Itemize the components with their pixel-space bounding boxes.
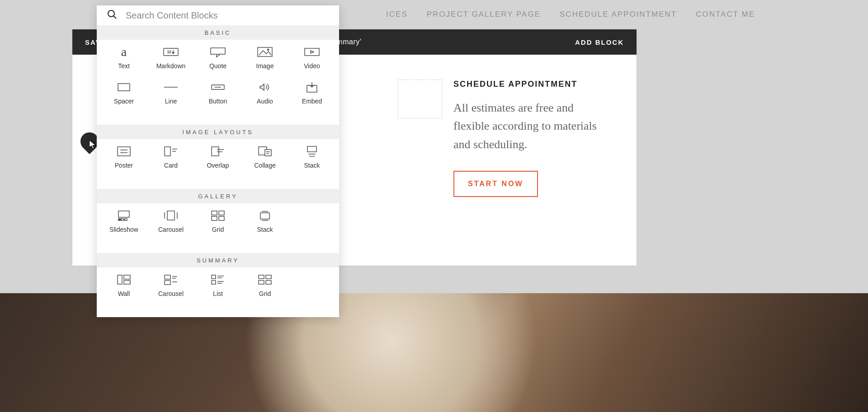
block-option-label: Stack xyxy=(257,226,273,233)
markdown-icon: M xyxy=(163,46,179,58)
svg-rect-8 xyxy=(305,48,319,56)
block-option-label: Text xyxy=(118,62,130,70)
cta-button[interactable]: START NOW xyxy=(453,171,538,197)
block-grid: aTextMMarkdownQuoteImageVideoSpacerLineB… xyxy=(97,40,339,125)
button-icon xyxy=(210,81,226,93)
stack-icon xyxy=(257,210,273,221)
nav-item[interactable]: ICES xyxy=(386,10,408,19)
block-option-label: Carousel xyxy=(158,290,184,297)
block-option-image[interactable]: Image xyxy=(241,46,288,81)
carousel-icon xyxy=(163,210,179,221)
wall-icon xyxy=(116,274,132,286)
svg-rect-33 xyxy=(125,219,127,220)
card-icon xyxy=(163,145,179,157)
search-input[interactable] xyxy=(126,10,329,21)
nav-item[interactable]: CONTACT ME xyxy=(696,10,755,19)
content-column: SCHEDULE APPOINTMENT All estimates are f… xyxy=(453,80,612,197)
svg-rect-40 xyxy=(219,216,224,220)
svg-rect-9 xyxy=(118,84,130,91)
grid4-icon xyxy=(210,210,226,221)
block-option-label: Image xyxy=(256,62,274,70)
block-option-label: Grid xyxy=(212,226,224,233)
block-option-card[interactable]: Card xyxy=(147,145,194,181)
block-option-audio[interactable]: Audio xyxy=(241,81,288,117)
block-option-stack[interactable]: Stack xyxy=(288,145,335,181)
svg-rect-44 xyxy=(124,281,130,284)
svg-rect-20 xyxy=(212,147,219,156)
block-option-wall[interactable]: Wall xyxy=(100,274,147,309)
text-icon: a xyxy=(116,46,132,58)
block-option-label: Carousel xyxy=(158,226,184,233)
block-option-label: Embed xyxy=(302,98,322,105)
block-option-carousel[interactable]: Carousel xyxy=(147,210,194,245)
image-placeholder[interactable] xyxy=(398,80,442,118)
search-row xyxy=(97,5,339,25)
block-option-spacer[interactable]: Spacer xyxy=(100,81,147,117)
block-grid: WallCarouselListGrid xyxy=(97,267,339,317)
nav-item[interactable]: PROJECT GALLERY PAGE xyxy=(427,10,541,19)
slideshow-icon xyxy=(116,210,132,221)
block-option-label: Slideshow xyxy=(109,226,138,233)
section-heading: SCHEDULE APPOINTMENT xyxy=(453,80,612,89)
audio-icon xyxy=(257,81,273,93)
overlap-icon xyxy=(210,145,226,157)
svg-rect-39 xyxy=(212,216,217,220)
nav-item[interactable]: SCHEDULE APPOINTMENT xyxy=(560,10,677,19)
block-option-grid[interactable]: Grid xyxy=(194,210,241,245)
svg-rect-57 xyxy=(266,275,271,279)
block-option-markdown[interactable]: MMarkdown xyxy=(147,46,194,81)
embed-icon xyxy=(304,81,320,93)
block-option-label: Audio xyxy=(257,98,273,105)
block-option-label: Grid xyxy=(259,290,271,297)
block-option-label: Wall xyxy=(118,290,130,297)
svg-rect-45 xyxy=(165,275,170,279)
block-option-label: Overlap xyxy=(207,162,229,169)
block-option-text[interactable]: aText xyxy=(100,46,147,81)
s-carousel-icon xyxy=(163,274,179,286)
add-block-button[interactable]: ADD BLOCK xyxy=(575,38,624,46)
quote-icon xyxy=(210,46,226,58)
block-option-label: Card xyxy=(164,162,178,169)
svg-rect-5 xyxy=(211,48,225,54)
block-option-carousel[interactable]: Carousel xyxy=(147,274,194,309)
svg-rect-50 xyxy=(212,275,216,279)
block-option-label: List xyxy=(213,290,223,297)
svg-rect-14 xyxy=(118,147,130,156)
svg-rect-31 xyxy=(118,219,121,220)
svg-rect-53 xyxy=(212,281,216,284)
block-option-embed[interactable]: Embed xyxy=(288,81,335,117)
svg-rect-17 xyxy=(165,147,170,156)
block-option-line[interactable]: Line xyxy=(147,81,194,117)
block-option-button[interactable]: Button xyxy=(194,81,241,117)
block-option-collage[interactable]: Collage xyxy=(241,145,288,181)
line-icon xyxy=(163,81,179,93)
poster-icon xyxy=(116,145,132,157)
svg-rect-27 xyxy=(307,146,316,152)
block-option-label: Video xyxy=(304,62,320,70)
block-option-list[interactable]: List xyxy=(194,274,241,309)
block-option-label: Poster xyxy=(115,162,133,169)
video-icon xyxy=(304,46,320,58)
svg-rect-38 xyxy=(219,211,224,215)
block-picker-panel: BASICaTextMMarkdownQuoteImageVideoSpacer… xyxy=(97,5,339,317)
block-option-quote[interactable]: Quote xyxy=(194,46,241,81)
block-option-slideshow[interactable]: Slideshow xyxy=(100,210,147,245)
block-option-overlap[interactable]: Overlap xyxy=(194,145,241,181)
svg-rect-48 xyxy=(165,281,170,285)
search-icon xyxy=(107,9,118,22)
svg-rect-34 xyxy=(167,211,175,220)
svg-rect-58 xyxy=(259,281,264,284)
svg-rect-41 xyxy=(260,213,269,219)
block-option-stack[interactable]: Stack xyxy=(241,210,288,245)
block-option-label: Markdown xyxy=(156,62,186,70)
block-option-label: Collage xyxy=(254,162,275,169)
block-option-poster[interactable]: Poster xyxy=(100,145,147,181)
block-option-video[interactable]: Video xyxy=(288,46,335,81)
svg-rect-42 xyxy=(118,275,122,284)
stacklayout-icon xyxy=(304,145,320,157)
svg-text:a: a xyxy=(121,45,127,59)
s-grid-icon xyxy=(257,274,273,286)
block-grid: PosterCardOverlapCollageStack xyxy=(97,139,339,189)
block-option-grid[interactable]: Grid xyxy=(241,274,288,309)
svg-rect-56 xyxy=(259,275,264,279)
